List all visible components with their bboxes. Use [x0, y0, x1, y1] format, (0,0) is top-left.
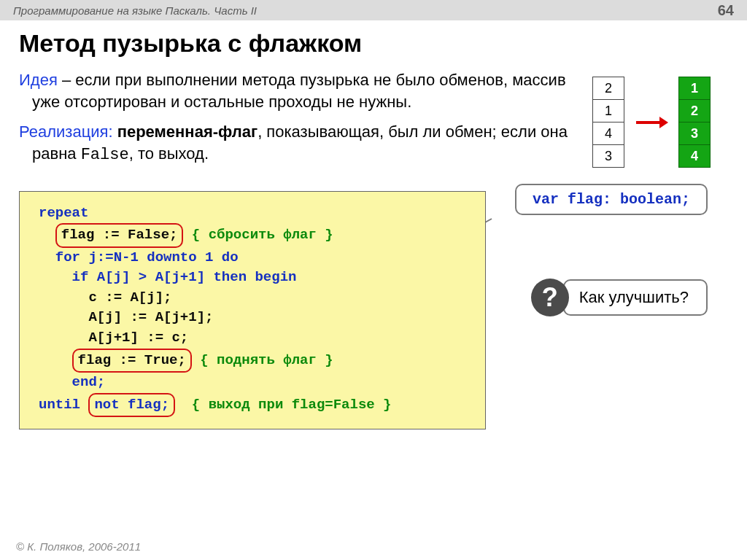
cell: 3 [592, 144, 624, 168]
code-line: until [39, 397, 80, 413]
impl-bold: переменная-флаг [113, 122, 258, 141]
improve-text: Как улучшить? [563, 279, 708, 316]
array-diagram: 2 1 4 3 1 2 3 4 [575, 69, 728, 175]
code-area: var flag: boolean; repeat flag := False;… [19, 191, 728, 429]
cell: 2 [678, 99, 711, 122]
code-highlight: not flag; [88, 393, 175, 418]
page-number: 64 [718, 2, 734, 19]
code-line: for j:=N-1 downto 1 do [55, 249, 239, 265]
cell: 3 [678, 122, 711, 145]
code-box: repeat flag := False; { сбросить флаг } … [19, 191, 486, 429]
var-callout: var flag: boolean; [515, 184, 708, 215]
slide-header: Программирование на языке Паскаль. Часть… [0, 0, 747, 20]
slide-body: Метод пузырька с флажком Идея – если при… [0, 20, 747, 429]
code-highlight: flag := False; [55, 223, 184, 248]
cell: 1 [592, 99, 624, 122]
explanation-text: Идея – если при выполнении метода пузырь… [19, 69, 575, 175]
code-line: end; [72, 374, 106, 390]
slide-title: Метод пузырька с флажком [19, 29, 728, 58]
idea-text: – если при выполнении метода пузырька не… [32, 71, 566, 111]
code-comment: { выход при flag=False } [192, 397, 392, 413]
code-line: if A[j] > A[j+1] then begin [72, 269, 297, 285]
breadcrumb: Программирование на языке Паскаль. Часть… [13, 4, 257, 17]
svg-marker-1 [659, 117, 668, 128]
false-keyword: False [81, 146, 129, 164]
copyright: © К. Поляков, 2006-2011 [16, 540, 141, 553]
code-comment: { поднять флаг } [200, 352, 333, 368]
question-icon: ? [531, 279, 569, 316]
callout-text: var flag: boolean; [533, 191, 690, 208]
idea-label: Идея [19, 71, 58, 89]
cell: 4 [678, 144, 711, 168]
impl-label: Реализация: [19, 122, 113, 141]
array-after: 1 2 3 4 [678, 77, 711, 168]
cell: 1 [678, 77, 711, 100]
code-line: A[j] := A[j+1]; [88, 309, 213, 325]
code-comment: { сбросить флаг } [192, 227, 333, 243]
code-line: A[j+1] := c; [88, 330, 188, 346]
code-line: c := A[j]; [88, 289, 171, 306]
impl-after: , то выход. [129, 144, 209, 163]
cell: 4 [592, 122, 624, 145]
improve-callout: ? Как улучшить? [531, 279, 708, 316]
array-before: 2 1 4 3 [592, 77, 624, 168]
arrow-icon [635, 115, 668, 130]
code-line: repeat [39, 205, 88, 221]
cell: 2 [592, 77, 624, 100]
code-highlight: flag := True; [72, 349, 192, 373]
